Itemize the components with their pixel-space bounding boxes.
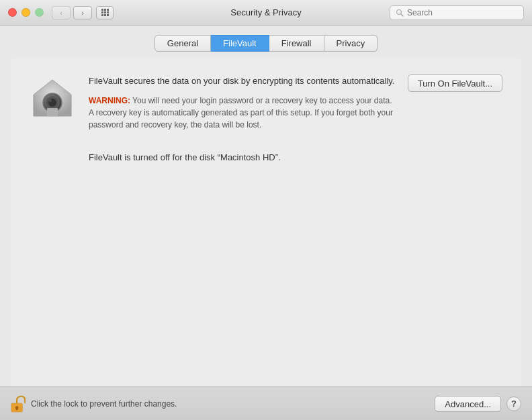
traffic-lights [8, 8, 44, 17]
tab-general[interactable]: General [154, 35, 211, 52]
grid-icon [101, 9, 109, 16]
svg-rect-8 [47, 108, 58, 116]
filevault-status: FileVault is turned off for the disk “Ma… [89, 152, 502, 162]
forward-icon: › [81, 9, 84, 17]
maximize-button[interactable] [35, 8, 44, 17]
tabs-bar: General FileVault Firewall Privacy [0, 25, 532, 58]
lock-area[interactable]: Click the lock to prevent further change… [11, 395, 177, 413]
warning-label: WARNING: [89, 96, 130, 105]
turn-on-filevault-button[interactable]: Turn On FileVault... [408, 74, 502, 92]
svg-rect-11 [16, 407, 18, 410]
bottom-bar: Click the lock to prevent further change… [0, 386, 532, 420]
search-input[interactable] [407, 8, 518, 17]
back-icon: ‹ [60, 9, 62, 17]
tab-privacy[interactable]: Privacy [324, 35, 378, 52]
filevault-warning: WARNING: You will need your login passwo… [89, 95, 397, 131]
grid-button[interactable] [96, 6, 114, 19]
forward-button[interactable]: › [73, 6, 92, 19]
filevault-text-area: FileVault secures the data on your disk … [89, 74, 502, 131]
filevault-icon [30, 74, 75, 120]
svg-point-0 [397, 9, 402, 14]
tab-filevault[interactable]: FileVault [211, 35, 269, 52]
svg-line-1 [401, 14, 403, 16]
help-button[interactable]: ? [506, 397, 521, 411]
filevault-description: FileVault secures the data on your disk … [89, 74, 397, 88]
svg-point-7 [49, 99, 52, 102]
lock-icon [11, 395, 26, 413]
content-area: FileVault secures the data on your disk … [11, 58, 521, 386]
window-title: Security & Privacy [230, 7, 301, 17]
search-box[interactable] [390, 5, 524, 20]
titlebar: ‹ › Security & Privacy [0, 0, 532, 25]
lock-label: Click the lock to prevent further change… [31, 399, 177, 409]
tab-firewall[interactable]: Firewall [269, 35, 324, 52]
filevault-info: FileVault secures the data on your disk … [89, 74, 397, 131]
nav-buttons: ‹ › [52, 6, 92, 19]
minimize-button[interactable] [21, 8, 30, 17]
main-content: General FileVault Firewall Privacy [0, 25, 532, 386]
advanced-button[interactable]: Advanced... [435, 396, 501, 412]
filevault-top: FileVault secures the data on your disk … [30, 74, 502, 131]
bottom-right-controls: Advanced... ? [435, 396, 521, 412]
back-button[interactable]: ‹ [52, 6, 71, 19]
warning-text: You will need your login password or a r… [89, 96, 393, 129]
search-icon [396, 9, 404, 17]
close-button[interactable] [8, 8, 17, 17]
